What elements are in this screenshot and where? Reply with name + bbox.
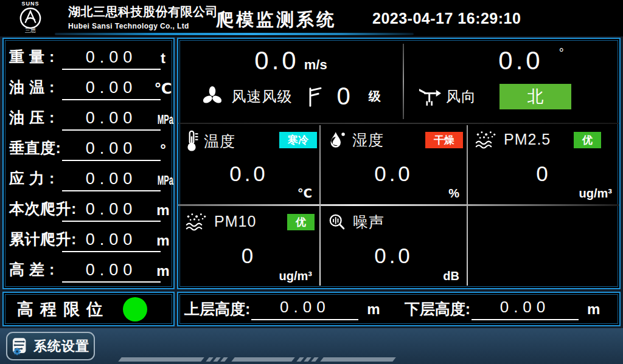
metric-row-verticality: 垂直度: 0.00 ° [4,133,173,163]
metric-value: 0.00 [62,170,161,191]
elevation-limit-status-indicator [123,297,147,321]
upper-height-value: 0.00 [251,298,358,320]
wind-direction-label: 风向 [446,87,476,106]
sliders-gear-icon [12,334,27,359]
wind-direction-section: 0.0° 风向 北 [404,39,619,123]
metric-row-height-diff: 高 差 : 0.00 m [4,255,173,285]
metric-unit: m [153,202,173,219]
wind-speed-unit: m/s [304,57,327,72]
metrics-panel: 重 量 : 0.00 t 油 温 : 0.00 ℃ 油 压 : 0.00 MPa… [2,38,175,289]
metric-label: 重 量 : [9,47,55,67]
logo-bottom-text: 三思 [16,27,45,35]
system-settings-label: 系统设置 [33,337,89,355]
humidity-cell: 湿度 干燥 0.0 % [321,124,467,204]
humidity-label: 湿度 [352,130,384,150]
particles-icon [475,130,498,149]
pm25-unit: ug/m³ [579,187,612,201]
noise-value: 0.0 [321,244,467,268]
header: SUNS 三思 湖北三思科技股份有限公司 Hubei Sansi Technol… [0,0,623,36]
datetime-display: 2023-04-17 16:29:10 [372,10,521,27]
noise-cell: 噪声 0.0 dB [321,206,467,287]
metric-unit: m [153,263,173,280]
metric-label: 应 力 : [9,168,55,188]
elevation-limit-label: 高程限位 [17,298,110,320]
footer-bar: 系统设置 [0,328,623,364]
metric-value: 0.00 [62,48,161,70]
pm10-value: 0 [178,244,319,268]
wind-direction-badge: 北 [499,84,571,109]
pm25-value: 0 [468,162,619,186]
metric-unit: MPa [158,112,169,128]
metric-label: 油 温 : [9,77,55,97]
system-settings-button[interactable]: 系统设置 [6,332,95,360]
wind-speed-value-row: 0.0m/s [178,46,403,75]
metric-value: 0.00 [62,78,161,100]
wind-direction-unit: ° [559,46,564,60]
droplet-icon [328,131,347,149]
humidity-value: 0.0 [321,162,467,186]
lower-height-label: 下层高度: [405,299,470,319]
pm10-status-badge: 优 [287,214,315,230]
company-logo: SUNS 三思 [16,0,45,35]
metric-value: 0.00 [62,109,161,131]
pm10-unit: ug/m³ [279,269,312,283]
metric-unit: ℃ [153,80,173,97]
noise-label: 噪声 [353,212,385,232]
upper-height-unit: m [367,301,380,318]
wind-direction-value-row: 0.0° [404,46,619,75]
pm10-label: PM10 [214,213,256,230]
humidity-status-badge: 干燥 [425,132,463,148]
header-divider [55,33,414,35]
metric-label: 高 差 : [9,259,55,280]
wind-vane-icon [419,86,441,107]
company-name-cn: 湖北三思科技股份有限公司 [68,4,218,20]
lower-height-value: 0.00 [472,298,579,320]
humidity-unit: % [448,187,459,201]
metric-row-weight: 重 量 : 0.00 t [4,42,173,72]
metric-unit: t [153,50,173,67]
particles-icon [186,212,209,231]
wind-level-value: 0 [336,83,350,110]
metric-value: 0.00 [62,200,161,222]
wind-direction-value: 0.0 [498,46,543,75]
temperature-value: 0.0 [178,162,319,186]
wind-speed-label: 风速风级 [231,87,292,106]
wind-speed-value: 0.0 [254,46,299,75]
metric-value: 0.00 [62,230,161,252]
page-title: 爬模监测系统 [216,8,336,32]
pm25-status-badge: 优 [574,132,601,148]
metric-value: 0.00 [62,139,161,161]
thermometer-icon [186,130,198,152]
company-name-en: Hubei Sansi Technology Co., Ltd [68,22,218,30]
temperature-unit: ℃ [298,186,312,201]
pm25-label: PM2.5 [504,131,551,148]
metric-row-current-climb: 本次爬升: 0.00 m [4,194,173,224]
temperature-cell: 温度 寒冷 0.0 ℃ [178,124,319,204]
beaufort-flag-icon [308,85,323,108]
metric-row-oil-pressure: 油 压 : 0.00 MPa [4,103,173,133]
wind-speed-section: 0.0m/s 风速风级 0 级 [178,39,403,123]
metric-unit: MPa [158,173,169,188]
metric-row-oil-temp: 油 温 : 0.00 ℃ [4,72,173,103]
heights-panel: 上层高度: 0.00 m 下层高度: 0.00 m [177,292,621,326]
metric-value: 0.00 [62,261,161,283]
company-name: 湖北三思科技股份有限公司 Hubei Sansi Technology Co.,… [68,4,218,30]
metric-label: 垂直度: [9,138,61,158]
pm10-cell: PM10 优 0 ug/m³ [178,206,319,287]
metric-label: 油 压 : [9,108,55,128]
environment-panel: 0.0m/s 风速风级 0 级 0.0° [177,38,621,289]
noise-magnifier-icon [328,213,347,232]
temperature-status-badge: 寒冷 [279,132,317,148]
metric-row-stress: 应 力 : 0.00 MPa [4,163,173,194]
pm25-cell: PM2.5 优 0 ug/m³ [468,124,619,204]
lower-height-unit: m [587,301,600,318]
wind-level-unit: 级 [369,88,381,105]
noise-unit: dB [443,269,459,283]
temperature-label: 温度 [204,131,235,151]
metric-unit: m [153,232,173,249]
fan-icon [201,85,224,108]
logo-top-text: SUNS [16,1,45,7]
upper-height-label: 上层高度: [184,299,250,319]
metric-row-total-climb: 累计爬升: 0.00 m [4,224,173,255]
metric-unit: ° [153,141,173,158]
